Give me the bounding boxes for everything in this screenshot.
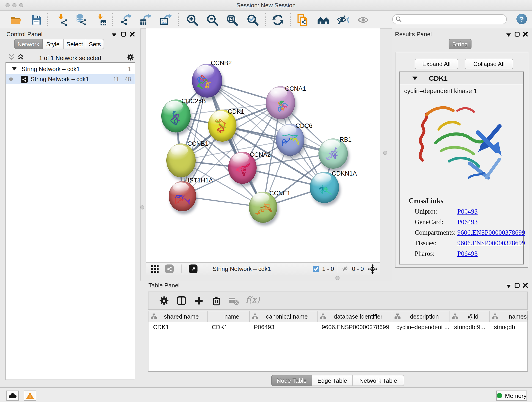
table-row[interactable]: CDK1 CDK1 P06493 9606.ENSP00000378699 cy… — [148, 322, 528, 332]
vertical-splitter-handle-left[interactable] — [140, 205, 144, 210]
tab-sets[interactable]: Sets — [86, 39, 104, 49]
table-options-button[interactable] — [158, 295, 171, 307]
show-columns-button[interactable] — [175, 295, 188, 307]
column-header-id[interactable]: @id — [450, 311, 489, 322]
function-builder-button[interactable]: f(x) — [246, 295, 260, 304]
help-button[interactable]: ? — [516, 14, 527, 24]
crosslink-pharos-link[interactable]: P06493 — [457, 250, 478, 258]
shared-column-icon — [492, 313, 498, 319]
maximize-panel-icon[interactable] — [515, 283, 520, 288]
refresh-view-button[interactable] — [271, 13, 285, 27]
collection-count: 1 — [128, 66, 131, 72]
network-row-selected[interactable]: String Network – cdk1 11 48 — [6, 74, 135, 84]
tab-node-table[interactable]: Node Table — [271, 375, 312, 386]
column-header-shared-name[interactable]: shared name — [148, 311, 207, 322]
cell-namespace[interactable]: stringdb — [489, 322, 528, 332]
network-view-mode-icon[interactable] — [165, 264, 174, 273]
memory-label: Memory — [505, 392, 526, 399]
warnings-button[interactable] — [24, 390, 36, 401]
network-collection-row[interactable]: String Network – cdk1 1 — [6, 64, 135, 74]
fit-content-crosshair-icon[interactable] — [367, 264, 378, 274]
open-session-button[interactable] — [10, 13, 23, 27]
float-panel-icon[interactable] — [112, 33, 116, 37]
export-table-button[interactable] — [139, 13, 152, 27]
collapse-all-button[interactable]: Collapse All — [465, 59, 513, 69]
column-header-namespace[interactable]: namespace — [489, 311, 528, 322]
maximize-panel-icon[interactable] — [515, 32, 520, 37]
column-header-canonical-name[interactable]: canonical name — [249, 311, 317, 322]
tab-select[interactable]: Select — [64, 39, 86, 49]
collection-disclosure-icon[interactable] — [12, 67, 17, 70]
cell-id[interactable]: stringdb:9... — [450, 322, 489, 332]
network-options-gear-icon[interactable] — [127, 53, 134, 61]
birdseye-view-icon[interactable] — [189, 264, 197, 273]
search-container — [392, 14, 507, 24]
import-network-file-button[interactable] — [56, 13, 70, 27]
protein-structure-glyph — [173, 188, 192, 206]
zoom-selected-button[interactable] — [246, 13, 260, 27]
cloud-tasks-button[interactable] — [6, 390, 19, 401]
network-tree: String Network – cdk1 1 String Network –… — [6, 62, 135, 380]
crosslink-tissues-link[interactable]: 9606.ENSP00000378699 — [457, 239, 525, 247]
toolbar-separator — [265, 13, 266, 26]
zoom-out-button[interactable] — [206, 13, 220, 27]
delete-column-button[interactable] — [210, 295, 223, 307]
crosslink-genecard-link[interactable]: P06493 — [457, 218, 478, 226]
memory-status-dot — [497, 393, 502, 398]
tab-edge-table[interactable]: Edge Table — [312, 375, 353, 386]
float-panel-icon[interactable] — [506, 285, 511, 288]
viewbar-separator — [181, 264, 182, 273]
memory-button[interactable]: Memory — [496, 390, 527, 401]
close-panel-icon[interactable] — [523, 32, 528, 37]
network-node-HIST1H1A[interactable] — [169, 181, 196, 211]
expand-all-button[interactable]: Expand All — [415, 59, 458, 69]
show-hidden-button[interactable] — [356, 13, 370, 27]
cell-shared-name[interactable]: CDK1 — [148, 322, 207, 332]
crosslink-compartments-link[interactable]: 9606.ENSP00000378699 — [457, 229, 525, 236]
cell-name[interactable]: CDK1 — [207, 322, 249, 332]
maximize-panel-icon[interactable] — [121, 32, 126, 37]
tab-string[interactable]: String — [449, 39, 472, 49]
network-node-CCNB2[interactable] — [192, 64, 222, 98]
import-network-database-button[interactable] — [75, 13, 89, 27]
close-panel-icon[interactable] — [523, 283, 528, 288]
zoom-fit-button[interactable] — [225, 13, 239, 27]
network-node-CCNB1[interactable] — [166, 143, 196, 177]
search-input[interactable] — [392, 14, 507, 24]
network-canvas[interactable]: CCNB2CCNA1CDC25BCDK1CDC6RB1CCNB1CCNA2CDK… — [146, 28, 380, 262]
create-column-button[interactable] — [192, 295, 205, 307]
crosslink-label: Tissues: — [415, 239, 436, 247]
tab-network[interactable]: Network — [14, 39, 43, 49]
column-header-description[interactable]: description — [392, 311, 450, 322]
protein-structure-glyph — [197, 71, 217, 92]
section-disclosure-icon[interactable] — [412, 77, 418, 80]
crosslink-row: Pharos: — [415, 250, 435, 258]
selected-checkbox-icon[interactable] — [312, 265, 319, 272]
close-panel-icon[interactable] — [130, 32, 135, 37]
hide-selected-button[interactable] — [336, 13, 350, 27]
save-session-button[interactable] — [30, 13, 44, 27]
crosslink-uniprot-link[interactable]: P06493 — [457, 208, 478, 216]
horizontal-splitter-handle[interactable] — [336, 276, 340, 280]
cloud-icon — [9, 393, 17, 399]
import-table-file-button[interactable] — [95, 13, 109, 27]
column-header-database-identifier[interactable]: database identifier — [317, 311, 392, 322]
zoom-in-button[interactable] — [186, 13, 199, 27]
column-header-name[interactable]: name — [207, 311, 249, 322]
cell-description[interactable]: cyclin–dependent ... — [392, 322, 450, 332]
table-panel: Table Panel — [140, 281, 532, 386]
grid-mode-icon[interactable] — [151, 265, 158, 273]
cell-database-identifier[interactable]: 9606.ENSP00000378699 — [317, 322, 392, 332]
tab-style[interactable]: Style — [43, 39, 64, 49]
cell-canonical-name[interactable]: P06493 — [249, 322, 317, 332]
delete-table-button[interactable] — [227, 295, 240, 307]
export-network-button[interactable] — [120, 13, 133, 27]
tab-network-table[interactable]: Network Table — [353, 375, 404, 386]
copy-network-button[interactable] — [296, 13, 310, 27]
export-image-button[interactable] — [159, 13, 173, 27]
node-section-header[interactable]: CDK1 — [399, 72, 523, 84]
node-details-section: CDK1 cyclin–dependent kinase 1 — [399, 71, 524, 264]
float-panel-icon[interactable] — [506, 33, 511, 37]
vertical-splitter-handle-right[interactable] — [383, 151, 387, 155]
show-all-networks-button[interactable] — [317, 13, 330, 27]
